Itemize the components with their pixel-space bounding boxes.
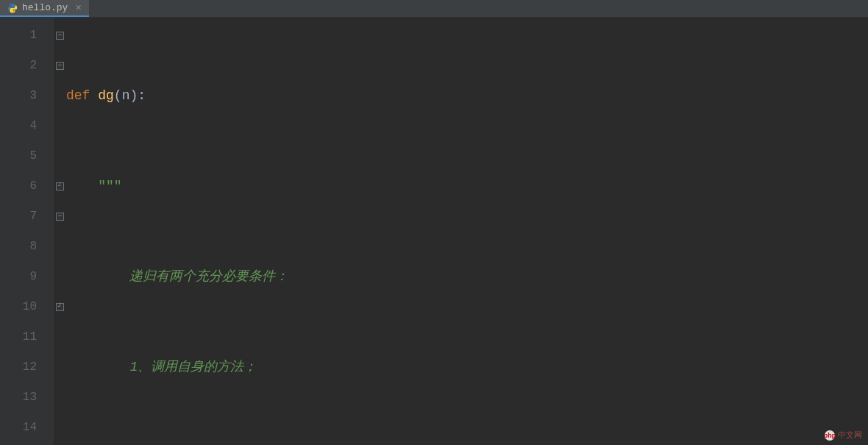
fold-gutter: − − ┘ − ┘ [53,18,66,445]
line-number: 2 [0,51,53,81]
line-number: 5 [0,141,53,171]
line-number: 10 [0,292,53,322]
python-file-icon [7,3,18,13]
line-number: 4 [0,111,53,141]
php-logo-icon: php [825,430,835,441]
fold-end-icon[interactable]: ┘ [56,182,64,191]
fold-toggle-icon[interactable]: − [56,32,64,40]
line-number: 6 [0,171,53,202]
code-editor[interactable]: 1 2 3 4 5 6 7 8 9 10 11 12 13 14 − − ┘ −… [0,18,868,445]
watermark: php 中文网 [825,430,862,441]
line-number: 11 [0,322,53,352]
code-line: """ [66,171,868,202]
line-number-gutter: 1 2 3 4 5 6 7 8 9 10 11 12 13 14 [0,18,53,445]
line-number: 1 [0,21,53,51]
line-number: 3 [0,81,53,111]
code-line: 1、调用自身的方法； [66,352,868,382]
tab-filename: hello.py [22,2,68,13]
fold-toggle-icon[interactable]: − [56,62,64,70]
fold-toggle-icon[interactable]: − [56,213,64,221]
line-number: 12 [0,352,53,382]
fold-end-icon[interactable]: ┘ [56,303,64,311]
line-number: 9 [0,262,53,292]
line-number: 7 [0,202,53,232]
line-number: 13 [0,382,53,413]
code-area[interactable]: def dg(n): """ 递归有两个充分必要条件： 1、调用自身的方法； 2… [66,18,868,445]
line-number: 8 [0,232,53,262]
tab-bar: hello.py × [0,0,868,18]
editor-tab-hello-py[interactable]: hello.py × [0,0,89,17]
close-icon[interactable]: × [75,2,81,14]
line-number: 14 [0,413,53,443]
code-line: def dg(n): [66,81,868,111]
code-line: 递归有两个充分必要条件： [66,262,868,292]
